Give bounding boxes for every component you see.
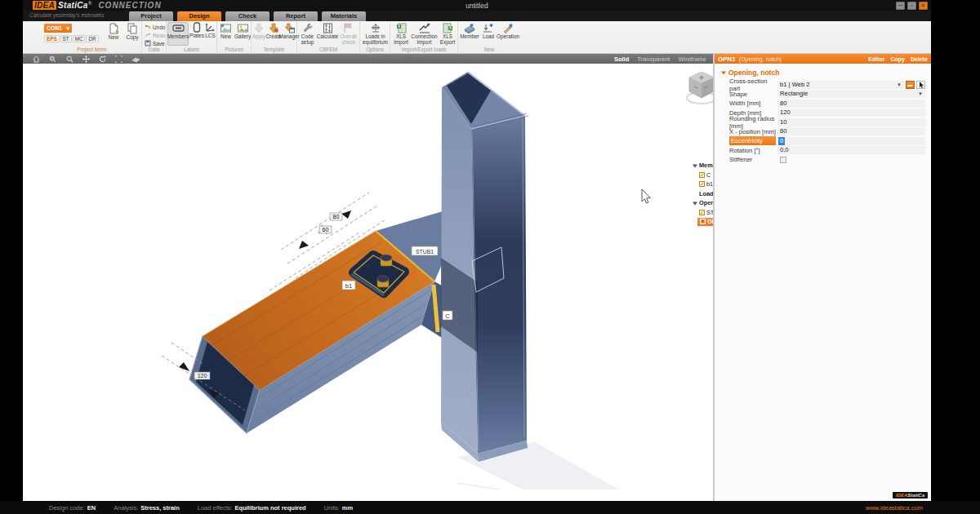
wrench-icon	[302, 23, 313, 33]
section-opening-notch[interactable]: Opening, notch	[721, 69, 779, 77]
dim-label-width: 80	[330, 213, 342, 220]
delete-link[interactable]: Delete	[911, 56, 928, 62]
scene-3d[interactable]: 80 60 120 b1	[23, 64, 713, 490]
new-load-button[interactable]: Load	[480, 23, 497, 40]
labels-members-toggle[interactable]: Members	[167, 22, 189, 46]
new-operation-button[interactable]: Operation	[497, 23, 519, 40]
bolt-2[interactable]	[377, 276, 389, 287]
status-units: Units:mm	[324, 504, 354, 512]
tab-materials[interactable]: Materials	[322, 11, 366, 21]
labels-plates-toggle[interactable]: Plates	[189, 22, 204, 46]
zoom-window-icon[interactable]	[49, 55, 57, 63]
stiffener-checkbox[interactable]	[780, 157, 786, 163]
home-view-icon[interactable]	[33, 55, 40, 63]
operation-id: OPN1	[718, 55, 736, 63]
expander-icon	[693, 164, 697, 167]
picture-gallery-button[interactable]: Gallery	[234, 23, 251, 40]
xls-export-icon: X	[443, 23, 453, 33]
tab-design[interactable]: Design	[177, 11, 221, 21]
template-manager-button[interactable]: Manager	[281, 23, 297, 40]
label-column[interactable]: C	[443, 311, 452, 320]
abacus-icon	[323, 23, 333, 33]
new-project-item-button[interactable]: New	[105, 23, 122, 41]
xls-import-button[interactable]: X XLS Import	[391, 23, 411, 45]
ribbon-group-template: Apply Create Manager Template	[252, 21, 297, 53]
rotate-icon[interactable]	[99, 55, 106, 63]
undo-button[interactable]: Undo	[145, 24, 165, 30]
loads-in-equilibrium-toggle[interactable]: Loads in equilibrium	[362, 23, 389, 45]
connection-import-button[interactable]: Connection Import	[412, 23, 437, 45]
template-manager-icon	[284, 23, 295, 33]
viewport-3d[interactable]: Solid Transparent Wireframe	[23, 54, 713, 501]
rotation-input[interactable]: 0,0	[777, 146, 925, 154]
rounding-radius-input[interactable]: 10	[777, 118, 925, 126]
mouse-cursor	[642, 189, 650, 203]
document-title: untitled	[23, 2, 931, 10]
svg-text:C: C	[445, 312, 450, 320]
ribbon-group-new: Member Load Operation New	[458, 21, 520, 53]
tab-bar: Calculate yesterday's estimates Project …	[23, 11, 931, 21]
label-stub[interactable]: STUB1	[412, 246, 438, 255]
close-button[interactable]: ✕	[919, 2, 928, 10]
connection-selector[interactable]: CON1▾	[44, 24, 72, 33]
website-link[interactable]: www.ideastatica.com	[866, 504, 923, 512]
mc-button[interactable]: MC	[73, 35, 86, 42]
status-analysis: Analysis:Stress, strain	[114, 504, 180, 512]
eps-button[interactable]: EPS	[44, 35, 60, 42]
column-right-face[interactable]	[471, 116, 527, 454]
svg-text:STUB1: STUB1	[416, 249, 434, 255]
code-setup-button[interactable]: Code setup	[298, 23, 317, 45]
dim-label-depth: 120	[194, 372, 210, 379]
calculate-button[interactable]: Calculate	[318, 23, 337, 40]
connection-import-icon	[419, 23, 430, 33]
new-member-icon	[464, 23, 475, 33]
copy-link[interactable]: Copy	[890, 56, 905, 62]
expander-icon	[693, 202, 697, 205]
redo-button[interactable]: Redo	[145, 32, 165, 38]
tab-report[interactable]: Report	[274, 11, 318, 21]
shape-dropdown[interactable]: Rectangle ▼	[777, 90, 925, 98]
label-beam[interactable]: b1	[342, 281, 355, 290]
pan-icon[interactable]	[82, 55, 90, 63]
xls-export-button[interactable]: X XLS Export	[438, 23, 457, 45]
pick-in-scene-button[interactable]	[916, 81, 925, 89]
minimize-button[interactable]: ─	[896, 2, 905, 10]
picture-new-button[interactable]: New	[218, 23, 234, 40]
project-item-type-buttons: EPS ST MC DR	[44, 35, 99, 42]
copy-project-item-button[interactable]: Copy	[123, 23, 141, 41]
idea-statica-watermark: IDEAStatiCa	[893, 492, 928, 498]
x-position-input[interactable]: 60	[777, 127, 925, 135]
overall-check-button[interactable]: Overall check	[338, 23, 359, 45]
status-bar: Design code:EN Analysis:Stress, strain L…	[0, 501, 980, 514]
st-button[interactable]: ST	[60, 35, 72, 42]
new-member-button[interactable]: Member	[460, 23, 479, 40]
eccentricity-input[interactable]: 0	[776, 137, 925, 145]
checkbox-checked-icon[interactable]: ✓	[699, 181, 705, 187]
tab-project[interactable]: Project	[129, 11, 173, 21]
edit-cross-section-button[interactable]: ▬	[906, 81, 915, 89]
checkbox-checked-icon[interactable]: ✓	[699, 172, 705, 178]
ribbon-group-labels: Members Plates LCS Labels	[167, 21, 217, 53]
maximize-button[interactable]: ▫	[907, 2, 916, 10]
view-mode-wireframe[interactable]: Wireframe	[678, 55, 706, 63]
lcs-axes-icon	[205, 22, 216, 33]
zoom-fit-icon[interactable]	[115, 55, 122, 63]
editor-link[interactable]: Editor	[868, 56, 884, 62]
template-apply-button[interactable]: Apply	[252, 23, 266, 40]
width-input[interactable]: 80	[777, 100, 925, 108]
clipping-plane-icon[interactable]	[131, 55, 140, 63]
checkbox-checked-icon[interactable]: ✓	[699, 210, 705, 215]
zoom-icon[interactable]	[66, 55, 74, 63]
view-mode-transparent[interactable]: Transparent	[637, 55, 670, 63]
depth-input[interactable]: 120	[777, 109, 925, 117]
bolt-1[interactable]	[381, 255, 392, 266]
dr-button[interactable]: DR	[86, 35, 98, 42]
cross-section-part-dropdown[interactable]: b1 | Web 2 ▼	[777, 81, 904, 89]
create-template-icon	[269, 23, 278, 33]
view-mode-switch: Solid Transparent Wireframe	[614, 55, 706, 63]
tab-check[interactable]: Check	[225, 11, 270, 21]
member-label-icon	[172, 23, 185, 33]
view-mode-solid[interactable]: Solid	[614, 55, 629, 63]
save-button[interactable]: Save	[145, 40, 165, 47]
labels-lcs-toggle[interactable]: LCS	[204, 22, 216, 46]
